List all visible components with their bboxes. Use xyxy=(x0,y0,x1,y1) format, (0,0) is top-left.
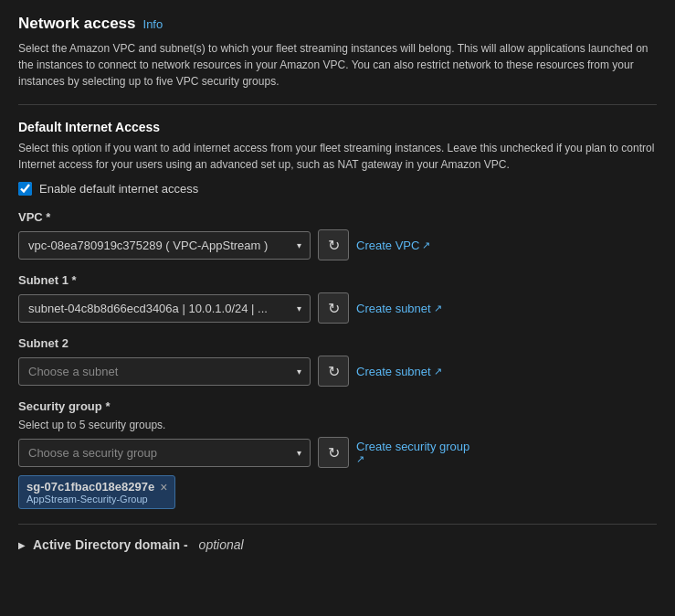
security-group-label: Security group * xyxy=(18,399,657,413)
subnet1-external-link-icon: ↗ xyxy=(434,303,442,314)
vpc-required-marker: * xyxy=(46,210,50,224)
info-link[interactable]: Info xyxy=(143,17,163,31)
vpc-field-group: VPC * vpc-08ea780919c375289 ( VPC-AppStr… xyxy=(18,210,657,260)
default-internet-access-section: Default Internet Access Select this opti… xyxy=(18,120,657,196)
subnet2-label: Subnet 2 xyxy=(18,336,657,350)
security-group-sublabel: Select up to 5 security groups. xyxy=(18,419,657,431)
vpc-label: VPC * xyxy=(18,210,657,224)
subnet2-field-group: Subnet 2 Choose a subnet ▾ ↻ Create subn… xyxy=(18,336,657,387)
subnet1-select[interactable]: subnet-04c8b8d66ecd3406a | 10.0.1.0/24 |… xyxy=(18,294,311,323)
vpc-external-link-icon: ↗ xyxy=(422,239,430,251)
security-group-field-row: Choose a security group ▾ ↻ Create secur… xyxy=(18,437,657,468)
subnet1-create-link[interactable]: Create subnet ↗ xyxy=(356,302,442,315)
subnet1-select-wrapper: subnet-04c8b8d66ecd3406a | 10.0.1.0/24 |… xyxy=(18,294,311,323)
subnet2-create-link[interactable]: Create subnet ↗ xyxy=(356,365,442,378)
active-directory-header[interactable]: ▶ Active Directory domain - optional xyxy=(18,537,657,552)
security-group-tag-id-0: sg-07c1fbac018e8297e xyxy=(26,480,154,494)
security-group-tag-remove-0[interactable]: × xyxy=(160,481,167,494)
subnet1-refresh-button[interactable]: ↻ xyxy=(318,292,349,324)
subnet2-refresh-button[interactable]: ↻ xyxy=(318,356,349,387)
security-group-required-marker: * xyxy=(105,399,110,413)
vpc-select[interactable]: vpc-08ea780919c375289 ( VPC-AppStream ) xyxy=(18,231,311,260)
enable-internet-access-label: Enable default internet access xyxy=(39,182,198,196)
security-group-refresh-button[interactable]: ↻ xyxy=(318,437,349,468)
active-directory-section: ▶ Active Directory domain - optional xyxy=(18,524,657,552)
subnet2-field-row: Choose a subnet ▾ ↻ Create subnet ↗ xyxy=(18,356,657,387)
security-group-select-wrapper: Choose a security group ▾ xyxy=(18,439,311,467)
subnet2-select[interactable]: Choose a subnet xyxy=(18,357,311,386)
subnet1-field-row: subnet-04c8b8d66ecd3406a | 10.0.1.0/24 |… xyxy=(18,292,657,324)
security-group-field-group: Security group * Select up to 5 security… xyxy=(18,399,657,509)
subnet1-required-marker: * xyxy=(72,273,77,287)
subnet2-external-link-icon: ↗ xyxy=(434,366,442,377)
security-group-tag-top-0: sg-07c1fbac018e8297e × xyxy=(26,480,167,494)
security-group-external-link-icon: ↗ xyxy=(356,453,364,465)
security-group-create-link[interactable]: Create security group ↗ xyxy=(356,440,469,465)
subnet1-label: Subnet 1 * xyxy=(18,273,657,287)
vpc-refresh-button[interactable]: ↻ xyxy=(318,229,349,260)
security-group-tag-0: sg-07c1fbac018e8297e × AppStream-Securit… xyxy=(18,475,175,509)
divider-1 xyxy=(18,104,657,105)
subnet2-select-wrapper: Choose a subnet ▾ xyxy=(18,357,311,386)
default-internet-access-desc: Select this option if you want to add in… xyxy=(18,140,657,173)
subnet1-field-group: Subnet 1 * subnet-04c8b8d66ecd3406a | 10… xyxy=(18,273,657,324)
page-title: Network access xyxy=(18,15,136,33)
vpc-create-link[interactable]: Create VPC ↗ xyxy=(356,239,430,252)
default-internet-access-title: Default Internet Access xyxy=(18,120,657,134)
enable-internet-access-row: Enable default internet access xyxy=(18,182,657,196)
active-directory-arrow-icon: ▶ xyxy=(18,540,26,550)
security-group-tag-name-0: AppStream-Security-Group xyxy=(26,494,167,504)
active-directory-optional: optional xyxy=(199,537,244,552)
section-header: Network access Info xyxy=(18,15,657,33)
header-description: Select the Amazon VPC and subnet(s) to w… xyxy=(18,40,657,90)
vpc-select-wrapper: vpc-08ea780919c375289 ( VPC-AppStream ) … xyxy=(18,231,311,260)
enable-internet-access-checkbox[interactable] xyxy=(18,182,32,196)
active-directory-title: Active Directory domain - xyxy=(33,537,188,552)
vpc-field-row: vpc-08ea780919c375289 ( VPC-AppStream ) … xyxy=(18,229,657,260)
security-group-select[interactable]: Choose a security group xyxy=(18,439,311,467)
